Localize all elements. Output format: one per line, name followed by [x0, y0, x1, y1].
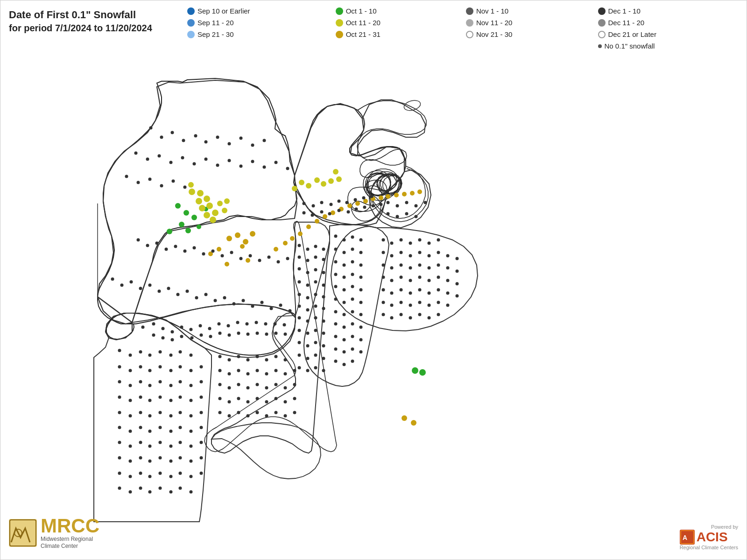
svg-point-452 — [167, 287, 170, 290]
svg-point-208 — [418, 251, 422, 254]
svg-point-178 — [334, 310, 338, 314]
svg-point-379 — [118, 487, 121, 490]
svg-point-335 — [129, 414, 132, 418]
svg-point-370 — [118, 472, 121, 475]
svg-point-413 — [181, 156, 184, 160]
svg-point-24 — [306, 183, 311, 189]
svg-point-275 — [247, 386, 250, 390]
svg-point-418 — [240, 165, 243, 168]
svg-point-313 — [179, 365, 182, 369]
svg-point-351 — [200, 426, 203, 429]
svg-point-329 — [159, 396, 162, 399]
legend-dot-dec11 — [598, 19, 606, 27]
title-area: Date of First 0.1" Snowfall for period 7… — [9, 9, 177, 34]
svg-point-395 — [415, 215, 418, 218]
svg-point-420 — [263, 166, 266, 169]
svg-point-171 — [343, 288, 346, 292]
svg-point-404 — [216, 136, 219, 139]
svg-point-328 — [148, 399, 152, 402]
svg-point-390 — [415, 204, 418, 208]
svg-point-113 — [322, 248, 325, 251]
svg-point-344 — [129, 430, 132, 433]
svg-point-287 — [275, 397, 278, 400]
svg-point-305 — [179, 350, 182, 354]
svg-point-72 — [255, 321, 258, 324]
svg-point-276 — [256, 383, 259, 386]
svg-point-91 — [303, 202, 306, 205]
svg-point-440 — [240, 257, 243, 260]
svg-point-301 — [139, 350, 142, 354]
svg-point-250 — [400, 313, 403, 316]
svg-point-230 — [456, 282, 459, 286]
svg-point-70 — [236, 321, 240, 324]
svg-point-346 — [148, 430, 152, 433]
svg-point-366 — [169, 460, 173, 463]
svg-point-84 — [228, 334, 231, 337]
svg-point-273 — [228, 386, 231, 390]
svg-point-453 — [176, 293, 180, 296]
svg-point-195 — [343, 363, 346, 366]
svg-point-25 — [314, 177, 320, 183]
svg-point-206 — [400, 251, 403, 254]
svg-point-259 — [256, 355, 259, 358]
svg-point-82 — [209, 335, 212, 338]
svg-point-147 — [306, 357, 310, 360]
svg-point-123 — [306, 284, 310, 287]
svg-point-163 — [343, 264, 346, 267]
svg-point-20 — [188, 182, 194, 188]
svg-point-181 — [359, 313, 363, 316]
svg-point-363 — [139, 456, 142, 460]
svg-point-217 — [418, 264, 422, 267]
svg-point-358 — [179, 441, 182, 444]
svg-point-353 — [129, 445, 132, 448]
svg-point-152 — [314, 366, 317, 370]
svg-point-194 — [334, 360, 338, 363]
svg-point-302 — [148, 354, 152, 357]
svg-point-135 — [306, 320, 310, 323]
svg-point-110 — [298, 244, 301, 247]
svg-point-296 — [275, 411, 278, 414]
acis-logo-area: Powered by A ACIS Regional Climate Cente… — [680, 524, 738, 550]
svg-point-400 — [171, 131, 174, 134]
svg-point-239 — [456, 294, 459, 298]
svg-point-421 — [275, 161, 278, 164]
svg-point-318 — [139, 380, 142, 384]
legend-item-oct1: Oct 1 - 10 — [336, 5, 466, 17]
svg-point-257 — [237, 355, 240, 358]
svg-point-333 — [200, 396, 203, 399]
svg-point-317 — [129, 384, 132, 387]
svg-point-116 — [314, 256, 317, 259]
svg-point-220 — [446, 266, 450, 270]
svg-point-249 — [390, 316, 394, 320]
svg-point-293 — [247, 414, 250, 418]
svg-point-322 — [179, 380, 182, 384]
svg-point-441 — [249, 254, 252, 258]
svg-point-264 — [228, 372, 231, 376]
legend-item-oct21: Oct 21 - 31 — [336, 28, 466, 40]
svg-point-119 — [306, 271, 310, 274]
svg-point-128 — [314, 293, 317, 296]
svg-point-356 — [159, 441, 162, 444]
svg-point-122 — [298, 280, 301, 284]
svg-point-460 — [242, 299, 245, 302]
svg-point-355 — [148, 445, 152, 448]
svg-point-336 — [139, 411, 142, 414]
svg-point-60 — [141, 326, 145, 329]
svg-point-139 — [306, 332, 310, 335]
svg-point-444 — [277, 260, 280, 264]
svg-point-414 — [193, 162, 196, 166]
svg-point-16 — [212, 210, 218, 216]
svg-point-165 — [359, 264, 363, 267]
svg-point-131 — [306, 308, 310, 312]
svg-point-19 — [224, 198, 230, 204]
svg-point-46 — [331, 210, 335, 215]
legend-item-sep10: Sep 10 or Earlier — [187, 5, 336, 17]
svg-point-134 — [298, 316, 301, 320]
svg-point-95 — [338, 200, 341, 203]
svg-point-442 — [258, 259, 261, 262]
legend-dot-sep11 — [187, 19, 195, 27]
svg-point-167 — [343, 276, 346, 279]
svg-point-133 — [322, 307, 325, 310]
svg-point-137 — [322, 320, 325, 323]
svg-point-161 — [359, 251, 363, 254]
